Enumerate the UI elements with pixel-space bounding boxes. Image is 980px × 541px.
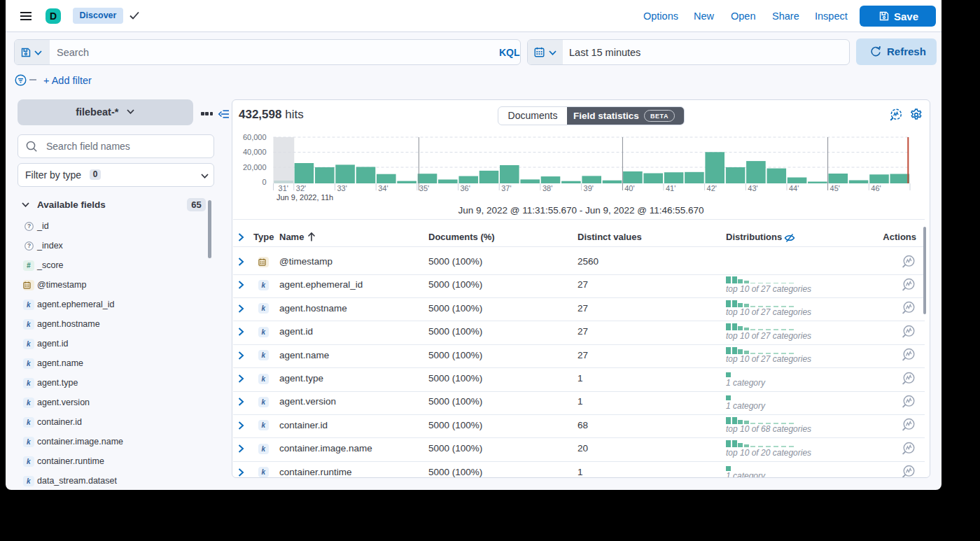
svg-text:41': 41' [666, 184, 676, 192]
svg-text:37': 37' [501, 184, 511, 192]
svg-text:20,000: 20,000 [243, 163, 267, 171]
svg-text:39': 39' [584, 184, 594, 192]
svg-text:Jun 9, 2022, 11h: Jun 9, 2022, 11h [276, 193, 333, 202]
svg-text:43': 43' [748, 184, 757, 192]
svg-text:34': 34' [378, 184, 388, 192]
svg-text:40,000: 40,000 [243, 148, 267, 156]
svg-text:33': 33' [337, 184, 347, 192]
svg-text:44': 44' [789, 184, 799, 192]
svg-text:0: 0 [262, 178, 266, 186]
svg-text:60,000: 60,000 [243, 133, 267, 141]
svg-text:36': 36' [461, 184, 470, 192]
svg-text:45': 45' [830, 184, 840, 192]
svg-text:46': 46' [871, 184, 881, 192]
svg-text:35': 35' [419, 184, 429, 192]
svg-text:?: ? [27, 223, 31, 230]
svg-text:32': 32' [296, 184, 306, 192]
svg-text:31': 31' [279, 184, 288, 192]
svg-text:?: ? [27, 242, 31, 249]
svg-text:40': 40' [624, 184, 634, 192]
svg-text:42': 42' [707, 184, 717, 192]
svg-text:38': 38' [542, 184, 552, 192]
